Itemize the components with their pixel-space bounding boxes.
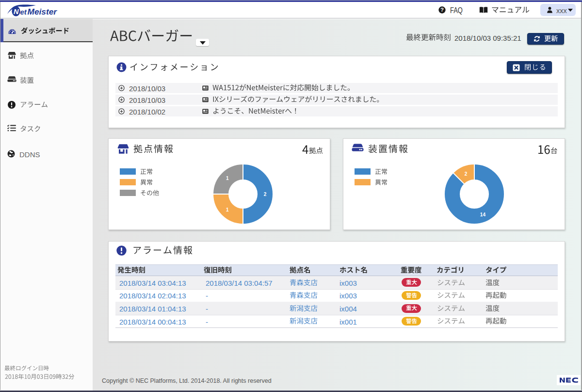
svg-text:1: 1 bbox=[226, 207, 229, 212]
svg-text:14: 14 bbox=[480, 212, 486, 217]
svg-text:2: 2 bbox=[264, 192, 267, 197]
svg-text:1: 1 bbox=[226, 176, 229, 181]
svg-text:2: 2 bbox=[465, 171, 468, 177]
svg-text:et: et bbox=[20, 8, 27, 16]
svg-text:?: ? bbox=[440, 7, 444, 13]
svg-text:Meister: Meister bbox=[28, 7, 58, 16]
svg-text:N: N bbox=[14, 8, 19, 16]
